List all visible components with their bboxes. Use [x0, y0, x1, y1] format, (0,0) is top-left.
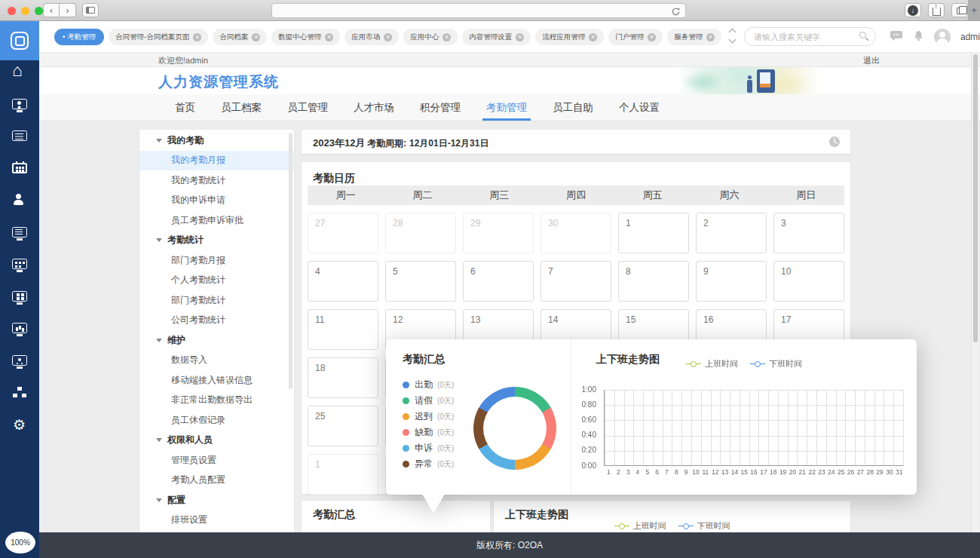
calendar-day-cell[interactable]: 10 [773, 261, 844, 302]
messages-icon[interactable] [890, 29, 903, 44]
app-tab[interactable]: 流程应用管理 × [535, 29, 604, 45]
reload-icon[interactable] [671, 6, 681, 16]
menu-item[interactable]: 部门考勤月报 [139, 250, 294, 271]
close-tab-icon[interactable]: × [252, 33, 260, 41]
minimize-window-button[interactable] [21, 7, 29, 15]
calendar-day-cell[interactable]: 1 [618, 213, 689, 253]
menu-item[interactable]: 个人考勤统计 [139, 271, 294, 291]
calendar-day-cell[interactable]: 8 [618, 261, 689, 302]
menu-item[interactable]: 非正常出勤数据导出 [139, 391, 294, 411]
tab-scroller[interactable] [727, 27, 739, 47]
menu-item[interactable]: 部门考勤统计 [139, 290, 294, 311]
calendar-icon[interactable] [0, 152, 39, 185]
address-bar[interactable] [271, 3, 686, 18]
app-tab[interactable]: 应用中心 × [403, 29, 458, 45]
close-tab-icon[interactable]: × [589, 33, 597, 41]
summary-legend-item[interactable]: 迟到 (0天) [403, 409, 454, 425]
summary-legend-item[interactable]: 请假 (0天) [403, 393, 454, 409]
close-window-button[interactable] [8, 7, 16, 15]
menu-item[interactable]: 权限和人员 [139, 431, 294, 451]
menu-item[interactable]: 管理员设置 [139, 450, 294, 471]
menu-item[interactable]: 数据导入 [139, 351, 294, 371]
calendar-day-cell[interactable]: 9 [696, 261, 767, 302]
nav-tab[interactable]: 员工自助 [540, 94, 606, 121]
nav-tab[interactable]: 积分管理 [407, 94, 473, 121]
page-scrollbar-thumb[interactable] [973, 54, 978, 342]
close-tab-icon[interactable]: × [706, 33, 715, 41]
video-meeting-icon[interactable] [0, 88, 39, 121]
app-tab[interactable]: 合同管理-合同档案页面 × [109, 29, 208, 45]
zoom-level-badge[interactable]: 100% [5, 532, 35, 553]
trend-legend-item[interactable]: 上班时间 [686, 358, 738, 369]
app-tab[interactable]: 合同档案 × [213, 29, 267, 45]
app-tab[interactable]: 服务管理 × [667, 29, 721, 45]
share-button[interactable] [928, 3, 945, 17]
menu-scrollbar[interactable] [289, 133, 292, 389]
settings-gear-icon[interactable] [0, 409, 39, 441]
new-tab-button[interactable]: + [968, 0, 980, 20]
user-avatar[interactable] [934, 29, 951, 45]
org-chart-icon[interactable] [0, 376, 39, 409]
close-tab-icon[interactable]: × [325, 33, 333, 41]
calendar-day-cell[interactable]: 7 [541, 261, 611, 302]
app-tab[interactable]: 应用市场 × [345, 29, 399, 45]
cms-screen-icon[interactable] [0, 216, 39, 249]
calendar-day-cell[interactable]: 3 [773, 213, 844, 253]
sidebar-toggle-button[interactable] [82, 3, 99, 17]
menu-item[interactable]: 我的申诉申请 [139, 191, 294, 211]
menu-item[interactable]: 我的考勤统计 [139, 170, 294, 191]
calendar-day-cell[interactable]: 18 [308, 357, 378, 398]
menu-item[interactable]: 配置 [139, 490, 294, 510]
close-tab-icon[interactable]: × [516, 33, 524, 41]
service-screen-icon[interactable] [0, 345, 39, 377]
tab-overview-button[interactable] [951, 3, 968, 17]
trend-legend-item[interactable]: 下班时间 [750, 358, 802, 369]
o2oa-logo[interactable] [0, 21, 39, 60]
calendar-day-cell[interactable]: 6 [463, 261, 534, 302]
app-tab[interactable]: 考勤管理 × [54, 29, 104, 45]
calendar-day-cell[interactable]: 29 [463, 213, 534, 253]
calendar-day-cell[interactable]: 28 [385, 213, 456, 253]
report-screen-icon[interactable] [0, 312, 39, 345]
nav-tab[interactable]: 员工管理 [274, 94, 341, 121]
zoom-window-button[interactable] [35, 7, 43, 15]
summary-legend-item[interactable]: 缺勤 (0天) [403, 425, 454, 440]
summary-legend-item[interactable]: 异常 (0天) [403, 456, 454, 472]
process-screen-icon[interactable] [0, 248, 39, 281]
nav-tab[interactable]: 考勤管理 [473, 94, 540, 121]
calendar-day-cell[interactable]: 5 [385, 261, 456, 302]
home-icon[interactable] [0, 56, 39, 88]
downloads-button[interactable]: ↓ [905, 3, 921, 17]
browser-forward-button[interactable]: › [60, 3, 76, 17]
page-scrollbar[interactable] [971, 53, 978, 532]
apps-screen-icon[interactable] [0, 281, 39, 313]
menu-item[interactable]: 考勤统计 [139, 231, 294, 251]
nav-tab[interactable]: 首页 [162, 94, 208, 121]
menu-item[interactable]: 员工考勤申诉审批 [139, 210, 294, 231]
menu-item[interactable]: 公司考勤统计 [139, 311, 294, 331]
calendar-day-cell[interactable]: 2 [696, 213, 767, 253]
news-icon[interactable] [0, 120, 39, 152]
close-tab-icon[interactable]: × [648, 33, 656, 41]
nav-tab[interactable]: 个人设置 [606, 94, 672, 121]
app-tab[interactable]: 内容管理设置 × [462, 29, 531, 45]
menu-item[interactable]: 排班设置 [139, 510, 294, 531]
close-tab-icon[interactable]: × [193, 33, 201, 41]
notifications-bell-icon[interactable] [913, 30, 924, 44]
menu-item[interactable]: 考勤人员配置 [139, 471, 294, 491]
calendar-day-cell[interactable]: 4 [308, 261, 378, 302]
menu-item[interactable]: 维护 [139, 330, 294, 351]
nav-tab[interactable]: 员工档案 [208, 94, 274, 121]
app-tab[interactable]: 数据中心管理 × [271, 29, 340, 45]
menu-item[interactable]: 我的考勤月报 [139, 151, 294, 171]
trend-legend-item[interactable]: 下班时间 [678, 520, 730, 532]
summary-legend-item[interactable]: 申诉 (0天) [403, 440, 454, 456]
menu-item[interactable]: 我的考勤 [139, 130, 294, 151]
menu-item[interactable]: 移动端接入错误信息 [139, 370, 294, 391]
logout-link[interactable]: 退出 [863, 55, 880, 66]
summary-legend-item[interactable]: 出勤 (0天) [403, 377, 454, 393]
calendar-day-cell[interactable]: 1 [308, 454, 378, 495]
menu-item[interactable]: 员工休假记录 [139, 410, 294, 431]
app-tab[interactable]: 门户管理 × [608, 29, 663, 45]
nav-tab[interactable]: 人才市场 [341, 94, 407, 121]
